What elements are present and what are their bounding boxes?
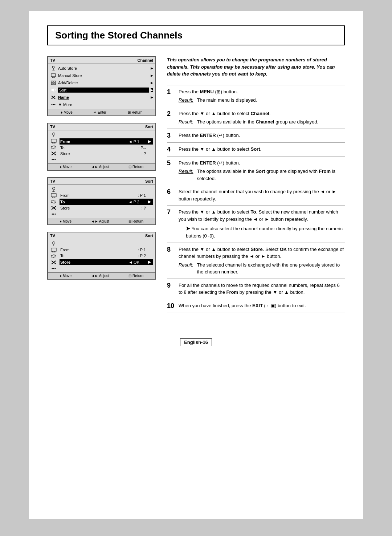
sort-from-row-2: From ◄ P 1 ▶ [60,138,153,145]
svg-line-13 [55,90,56,92]
menu-row-more: ▼ More [48,101,155,108]
step-content-6: Select the channel number that you wish … [179,185,345,206]
menu-header-2: TV Sort [48,123,155,130]
menu-row-name: Name ▶ [48,94,155,101]
sort-from-row-4: From : P 1 [60,247,153,252]
menu-box-2: TV Sort From [47,123,156,171]
svg-point-64 [55,268,56,269]
step-row-1: 1 Press the MENU (⊞) button. Result: The… [167,85,345,107]
svg-point-0 [52,66,54,68]
svg-point-47 [52,214,53,215]
antenna-icon [50,65,57,71]
menu-box-3: TV Sort From [47,177,156,225]
step-content-4: Press the ▼ or ▲ button to select Sort. [179,142,345,156]
result-label-5: Result: [179,168,193,182]
menu-body-3: From : P 1 To ◄ P 2 ▶ Store : ? [48,185,155,218]
menu-row-icons-2: From ◄ P 1 ▶ To : P-- Store : ? [48,131,155,163]
step-content-8: Press the ▼ or ▲ button to select Store.… [179,243,345,279]
grid-icon [50,80,57,86]
svg-point-33 [53,159,54,160]
svg-line-43 [55,200,56,202]
menu-header-4: TV Sort [48,232,155,239]
menu-body-1: Auto Store ▶ Manual Store ▶ [48,64,155,109]
svg-point-19 [54,104,56,105]
step-num-10: 10 [167,299,179,313]
adddelete-label: Add/Delete [58,81,149,85]
footer-adjust-4: ◄► Adjust [91,274,109,278]
screen-icon [50,73,57,78]
sort-to-row-2: To : P-- [60,145,153,150]
step-6-text: Select the channel number that you wish … [179,189,336,202]
footer-move-1: ♦ Move [61,110,72,114]
step-num-2: 2 [167,107,179,129]
step-content-10: When you have finished, press the EXIT (… [179,299,345,313]
menu-footer-4: ♦ Move ◄► Adjust ⊞ Return [48,272,155,279]
svg-point-49 [55,214,56,215]
menu-box-4: TV Sort From [47,232,156,280]
manualstore-label: Manual Store [58,73,149,78]
menu-row-sort: Sort ▶ [48,86,155,94]
page-footer: English-16 [180,338,212,346]
menu-tv-label-4: TV [50,234,55,238]
svg-rect-10 [54,83,56,85]
adddelete-arrow: ▶ [151,81,153,85]
sort-store-row-4: Store ◄ OK ▶ [60,259,153,265]
more-label: ▼ More [58,102,153,107]
step-num-7: 7 [167,206,179,243]
step-num-5: 5 [167,156,179,185]
svg-marker-57 [51,254,54,258]
content-area: TV Channel Auto Store ▶ [47,56,345,313]
step-content-3: Press the ENTER (↵) button. [179,129,345,142]
result-text-8: The selected channel is exchanged with t… [197,261,345,276]
sort-store-row-3: Store : ? [60,206,153,211]
step-num-6: 6 [167,185,179,206]
step-row-2: 2 Press the ▼ or ▲ button to select Chan… [167,107,345,129]
footer-return-4: ⊞ Return [128,274,143,278]
sort-to-row-3: To ◄ P 2 ▶ [60,199,153,205]
svg-point-18 [53,104,54,105]
footer-adjust-2: ◄► Adjust [91,165,109,169]
svg-point-20 [53,133,55,135]
footer-move-3: ♦ Move [60,219,72,223]
step-7-note: ➤ You can also select the channel number… [179,225,345,240]
svg-line-12 [55,89,56,90]
step-8-result-row: Result: The selected channel is exchange… [179,261,345,276]
menu-sort-label-4: Sort [145,234,153,238]
step-1-result-row: Result: The main menu is displayed. [179,97,345,104]
sort-store-row-2: Store : ? [60,151,153,156]
step-1-text: Press the MENU (⊞) button. [179,89,238,94]
step-content-2: Press the ▼ or ▲ button to select Channe… [179,107,345,129]
svg-point-34 [55,159,56,160]
svg-point-62 [52,268,53,269]
svg-point-48 [53,214,54,215]
name-arrow: ▶ [151,96,153,99]
step-2-result-row: Result: The options available in the Cha… [179,118,345,126]
footer-move-2: ♦ Move [60,165,72,169]
step-5-result-row: Result: The options available in the Sor… [179,168,345,182]
step-num-3: 3 [167,129,179,142]
menu-row-icons-3: From : P 1 To ◄ P 2 ▶ Store : ? [48,186,155,217]
svg-rect-53 [51,248,56,251]
step-row-7: 7 Press the ▼ or ▲ button to select To. … [167,206,345,243]
step-num-1: 1 [167,85,179,107]
step-2-text: Press the ▼ or ▲ button to select Channe… [179,111,270,116]
menu-row-autostore: Auto Store ▶ [48,65,155,72]
menu-body-2: From ◄ P 1 ▶ To : P-- Store : ? [48,130,155,163]
step-content-9: For all the channels to move to the requ… [179,279,345,299]
sort-from-row-3: From : P 1 [60,193,153,198]
sort-to-row-4: To : P 2 [60,253,153,258]
result-text-5: The options available in the Sort group … [197,168,345,182]
menu-footer-2: ♦ Move ◄► Adjust ⊞ Return [48,163,155,170]
menu-header-3: TV Sort [48,178,155,185]
menu-tv-label-2: TV [50,125,55,129]
menu-box-1: TV Channel Auto Store ▶ [47,56,156,116]
result-text-2: The options available in the Channel gro… [197,118,319,126]
steps-table: 1 Press the MENU (⊞) button. Result: The… [167,85,345,313]
svg-rect-8 [54,81,56,82]
result-label-2: Result: [179,118,193,126]
page-title: Sorting the Stored Channels [47,25,345,45]
svg-point-35 [53,187,55,190]
step-10-text: When you have finished, press the EXIT (… [179,303,306,308]
svg-point-63 [53,268,54,269]
svg-line-58 [55,255,56,256]
